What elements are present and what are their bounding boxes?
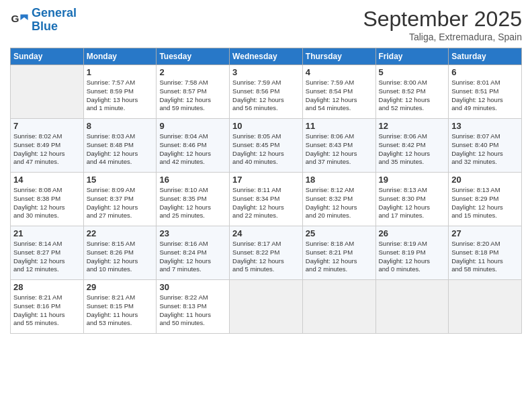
day-number: 28	[13, 282, 81, 292]
table-row: 11Sunrise: 8:06 AM Sunset: 8:43 PM Dayli…	[302, 119, 375, 173]
day-number: 14	[13, 175, 81, 185]
cell-info: Sunrise: 8:17 AM Sunset: 8:22 PM Dayligh…	[232, 240, 300, 274]
week-row-3: 14Sunrise: 8:08 AM Sunset: 8:38 PM Dayli…	[11, 173, 522, 226]
table-row: 1Sunrise: 7:57 AM Sunset: 8:59 PM Daylig…	[83, 65, 157, 119]
table-row: 9Sunrise: 8:04 AM Sunset: 8:46 PM Daylig…	[157, 119, 230, 173]
day-number: 16	[159, 175, 226, 185]
day-number: 20	[451, 175, 519, 185]
table-row: 13Sunrise: 8:07 AM Sunset: 8:40 PM Dayli…	[449, 119, 522, 173]
calendar-table: Sunday Monday Tuesday Wednesday Thursday…	[10, 48, 522, 334]
day-number: 1	[87, 67, 154, 77]
day-number: 2	[159, 67, 226, 77]
day-number: 3	[232, 67, 300, 77]
title-area: September 2025 Taliga, Extremadura, Spai…	[363, 7, 522, 42]
header: G General Blue September 2025 Taliga, Ex…	[10, 7, 522, 42]
cell-info: Sunrise: 7:58 AM Sunset: 8:57 PM Dayligh…	[159, 79, 226, 113]
cell-info: Sunrise: 8:01 AM Sunset: 8:51 PM Dayligh…	[451, 79, 519, 113]
table-row: 27Sunrise: 8:20 AM Sunset: 8:18 PM Dayli…	[449, 226, 522, 280]
day-number: 27	[451, 228, 519, 238]
table-row: 8Sunrise: 8:03 AM Sunset: 8:48 PM Daylig…	[83, 119, 157, 173]
table-row: 10Sunrise: 8:05 AM Sunset: 8:45 PM Dayli…	[230, 119, 303, 173]
table-row: 29Sunrise: 8:21 AM Sunset: 8:15 PM Dayli…	[83, 280, 157, 334]
week-row-1: 1Sunrise: 7:57 AM Sunset: 8:59 PM Daylig…	[11, 65, 522, 119]
day-number: 11	[306, 121, 373, 131]
day-number: 18	[306, 175, 373, 185]
day-number: 26	[379, 228, 446, 238]
cell-info: Sunrise: 8:21 AM Sunset: 8:15 PM Dayligh…	[87, 293, 154, 328]
table-row: 19Sunrise: 8:13 AM Sunset: 8:30 PM Dayli…	[375, 173, 449, 226]
day-number: 23	[159, 228, 226, 238]
table-row	[11, 65, 84, 119]
cell-info: Sunrise: 8:04 AM Sunset: 8:46 PM Dayligh…	[159, 132, 226, 167]
table-row: 4Sunrise: 7:59 AM Sunset: 8:54 PM Daylig…	[302, 65, 375, 119]
cell-info: Sunrise: 8:02 AM Sunset: 8:49 PM Dayligh…	[13, 132, 81, 167]
day-number: 24	[232, 228, 300, 238]
svg-marker-2	[20, 14, 28, 19]
week-row-2: 7Sunrise: 8:02 AM Sunset: 8:49 PM Daylig…	[11, 119, 522, 173]
week-row-5: 28Sunrise: 8:21 AM Sunset: 8:16 PM Dayli…	[11, 280, 522, 334]
cell-info: Sunrise: 7:57 AM Sunset: 8:59 PM Dayligh…	[87, 79, 154, 113]
cell-info: Sunrise: 8:12 AM Sunset: 8:32 PM Dayligh…	[306, 186, 373, 220]
day-number: 13	[451, 121, 519, 131]
cell-info: Sunrise: 8:16 AM Sunset: 8:24 PM Dayligh…	[159, 240, 226, 274]
table-row: 6Sunrise: 8:01 AM Sunset: 8:51 PM Daylig…	[449, 65, 522, 119]
col-friday: Friday	[375, 48, 449, 65]
table-row: 24Sunrise: 8:17 AM Sunset: 8:22 PM Dayli…	[230, 226, 303, 280]
svg-text:G: G	[11, 13, 19, 24]
table-row	[375, 280, 449, 334]
col-wednesday: Wednesday	[230, 48, 303, 65]
cell-info: Sunrise: 8:19 AM Sunset: 8:19 PM Dayligh…	[379, 240, 446, 274]
cell-info: Sunrise: 8:15 AM Sunset: 8:26 PM Dayligh…	[87, 240, 154, 274]
cell-info: Sunrise: 8:13 AM Sunset: 8:30 PM Dayligh…	[379, 186, 446, 220]
table-row: 16Sunrise: 8:10 AM Sunset: 8:35 PM Dayli…	[157, 173, 230, 226]
month-title: September 2025	[363, 7, 522, 32]
cell-info: Sunrise: 8:09 AM Sunset: 8:37 PM Dayligh…	[87, 186, 154, 220]
col-sunday: Sunday	[11, 48, 84, 65]
cell-info: Sunrise: 8:18 AM Sunset: 8:21 PM Dayligh…	[306, 240, 373, 274]
table-row: 15Sunrise: 8:09 AM Sunset: 8:37 PM Dayli…	[83, 173, 157, 226]
table-row: 17Sunrise: 8:11 AM Sunset: 8:34 PM Dayli…	[230, 173, 303, 226]
table-row: 12Sunrise: 8:06 AM Sunset: 8:42 PM Dayli…	[375, 119, 449, 173]
cell-info: Sunrise: 8:06 AM Sunset: 8:42 PM Dayligh…	[379, 132, 446, 167]
col-saturday: Saturday	[449, 48, 522, 65]
table-row: 30Sunrise: 8:22 AM Sunset: 8:13 PM Dayli…	[157, 280, 230, 334]
table-row: 25Sunrise: 8:18 AM Sunset: 8:21 PM Dayli…	[302, 226, 375, 280]
cell-info: Sunrise: 8:08 AM Sunset: 8:38 PM Dayligh…	[13, 186, 81, 220]
day-number: 22	[87, 228, 154, 238]
table-row: 28Sunrise: 8:21 AM Sunset: 8:16 PM Dayli…	[11, 280, 84, 334]
col-thursday: Thursday	[302, 48, 375, 65]
day-number: 9	[159, 121, 226, 131]
col-monday: Monday	[83, 48, 157, 65]
cell-info: Sunrise: 8:06 AM Sunset: 8:43 PM Dayligh…	[306, 132, 373, 167]
day-number: 7	[13, 121, 81, 131]
day-number: 8	[87, 121, 154, 131]
logo: G General Blue	[10, 7, 77, 34]
table-row: 3Sunrise: 7:59 AM Sunset: 8:56 PM Daylig…	[230, 65, 303, 119]
table-row: 23Sunrise: 8:16 AM Sunset: 8:24 PM Dayli…	[157, 226, 230, 280]
table-row: 7Sunrise: 8:02 AM Sunset: 8:49 PM Daylig…	[11, 119, 84, 173]
cell-info: Sunrise: 8:20 AM Sunset: 8:18 PM Dayligh…	[451, 240, 519, 274]
day-number: 4	[306, 67, 373, 77]
table-row	[302, 280, 375, 334]
table-row: 20Sunrise: 8:13 AM Sunset: 8:29 PM Dayli…	[449, 173, 522, 226]
cell-info: Sunrise: 8:11 AM Sunset: 8:34 PM Dayligh…	[232, 186, 300, 220]
day-number: 5	[379, 67, 446, 77]
day-number: 30	[159, 282, 226, 292]
week-row-4: 21Sunrise: 8:14 AM Sunset: 8:27 PM Dayli…	[11, 226, 522, 280]
calendar-header-row: Sunday Monday Tuesday Wednesday Thursday…	[11, 48, 522, 65]
cell-info: Sunrise: 8:21 AM Sunset: 8:16 PM Dayligh…	[13, 293, 81, 328]
table-row: 22Sunrise: 8:15 AM Sunset: 8:26 PM Dayli…	[83, 226, 157, 280]
logo-blue: Blue	[32, 19, 58, 33]
cell-info: Sunrise: 8:22 AM Sunset: 8:13 PM Dayligh…	[159, 293, 226, 328]
table-row: 21Sunrise: 8:14 AM Sunset: 8:27 PM Dayli…	[11, 226, 84, 280]
logo-text: General Blue	[32, 7, 77, 34]
day-number: 10	[232, 121, 300, 131]
day-number: 25	[306, 228, 373, 238]
day-number: 12	[379, 121, 446, 131]
table-row: 14Sunrise: 8:08 AM Sunset: 8:38 PM Dayli…	[11, 173, 84, 226]
table-row: 2Sunrise: 7:58 AM Sunset: 8:57 PM Daylig…	[157, 65, 230, 119]
table-row: 5Sunrise: 8:00 AM Sunset: 8:52 PM Daylig…	[375, 65, 449, 119]
day-number: 15	[87, 175, 154, 185]
cell-info: Sunrise: 8:00 AM Sunset: 8:52 PM Dayligh…	[379, 79, 446, 113]
day-number: 21	[13, 228, 81, 238]
